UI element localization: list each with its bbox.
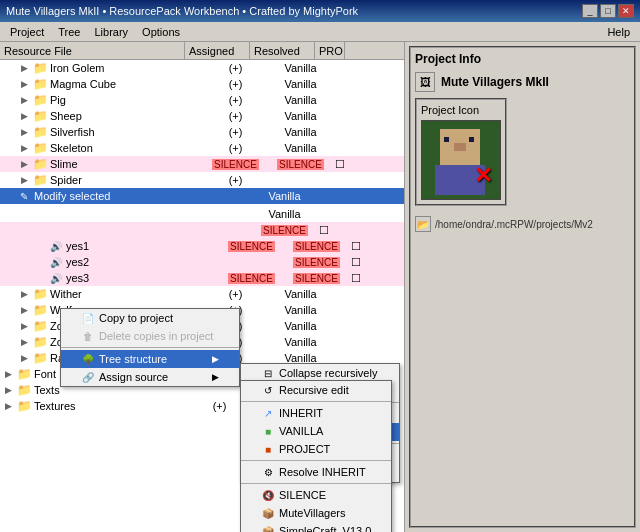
column-headers: Resource File Assigned Resolved PRO — [0, 42, 404, 60]
row-name: yes3 — [64, 272, 219, 284]
row-resolved: SILENCE — [284, 240, 349, 252]
title-bar: Mute Villagers MkII • ResourcePack Workb… — [0, 0, 640, 22]
table-row[interactable]: Vanilla — [0, 206, 404, 222]
minimize-button[interactable]: _ — [582, 4, 598, 18]
expand-icon[interactable]: ▶ — [0, 367, 16, 381]
ctx-copy-to-project[interactable]: 📄 Copy to project — [61, 309, 239, 327]
row-assigned: (+) — [203, 142, 268, 154]
expand-icon[interactable]: ▶ — [16, 77, 32, 91]
ctx-inherit[interactable]: ↗ INHERIT — [241, 404, 391, 422]
submenu-arrow: ▶ — [212, 354, 219, 364]
folder-icon: 📁 — [32, 77, 48, 91]
table-row[interactable]: 🔊 yes3 SILENCE SILENCE ☐ — [0, 270, 404, 286]
expand-icon[interactable]: ▶ — [16, 303, 32, 317]
ctx-vanilla[interactable]: ■ VANILLA — [241, 422, 391, 440]
folder-icon: 📁 — [32, 303, 48, 317]
expand-icon[interactable]: ▶ — [0, 399, 16, 413]
expand-icon[interactable]: ▶ — [16, 157, 32, 171]
row-checkbox: ☐ — [349, 272, 369, 285]
ctx-recursive-label: Recursive edit — [279, 384, 349, 396]
ctx-project[interactable]: ■ PROJECT — [241, 440, 391, 458]
folder-icon: 📁 — [32, 157, 48, 171]
table-row[interactable]: ▶ 📁 Spider (+) — [0, 172, 404, 188]
table-row[interactable]: 🔊 yes2 SILENCE ☐ — [0, 254, 404, 270]
simplecraft-icon: 📦 — [261, 524, 275, 532]
table-row[interactable]: ▶ 📁 Magma Cube (+) Vanilla — [0, 76, 404, 92]
menu-project[interactable]: Project — [4, 25, 50, 39]
ctx-assign-sep — [241, 401, 391, 402]
row-assigned: (+) — [203, 174, 268, 186]
expand-icon[interactable]: ▶ — [16, 351, 32, 365]
recursive-icon: ↺ — [261, 383, 275, 397]
ctx-project-label: PROJECT — [279, 443, 330, 455]
expand-icon[interactable]: ▶ — [16, 173, 32, 187]
expand-icon[interactable]: ▶ — [16, 287, 32, 301]
ctx-tree-structure[interactable]: 🌳 Tree structure ▶ — [61, 350, 239, 368]
expand-icon[interactable]: ▶ — [16, 61, 32, 75]
copy-icon: 📄 — [81, 311, 95, 325]
modify-icon: ✎ — [16, 189, 32, 203]
table-row[interactable]: 🔊 yes1 SILENCE SILENCE ☐ — [0, 238, 404, 254]
expand-icon[interactable]: ▶ — [16, 335, 32, 349]
row-assigned: (+) — [203, 62, 268, 74]
col-header-assigned: Assigned — [189, 45, 234, 57]
menu-library[interactable]: Library — [88, 25, 134, 39]
menu-tree[interactable]: Tree — [52, 25, 86, 39]
row-name: Sheep — [48, 110, 203, 122]
close-button[interactable]: ✕ — [618, 4, 634, 18]
title-text: Mute Villagers MkII • ResourcePack Workb… — [6, 5, 358, 17]
expand-icon[interactable]: ▶ — [16, 109, 32, 123]
ctx-mutevillagers[interactable]: 📦 MuteVillagers — [241, 504, 391, 522]
villager-eye-left — [444, 137, 449, 142]
row-checkbox: ☐ — [333, 158, 353, 171]
maximize-button[interactable]: □ — [600, 4, 616, 18]
project-icon-label: Project Icon — [421, 104, 501, 116]
row-resolved: Vanilla — [252, 208, 317, 220]
row-resolved: Vanilla — [268, 126, 333, 138]
col-header-resource: Resource File — [4, 45, 72, 57]
expand-icon[interactable]: ▶ — [16, 93, 32, 107]
expand-icon[interactable]: ▶ — [16, 141, 32, 155]
ctx-collapse-recursively-label: Collapse recursively — [279, 367, 377, 379]
table-row[interactable]: ▶ 📁 Pig (+) Vanilla — [0, 92, 404, 108]
folder-icon: 📁 — [32, 93, 48, 107]
table-row[interactable]: ▶ 📁 Skeleton (+) Vanilla — [0, 140, 404, 156]
delete-icon: 🗑 — [81, 329, 95, 343]
project-name: Mute Villagers MkII — [441, 75, 549, 89]
ctx-mutevillagers-label: MuteVillagers — [279, 507, 345, 519]
project-icon-image: ✕ — [421, 120, 501, 200]
ctx-simplecraft[interactable]: 📦 SimpleCraft_V13.0 — [241, 522, 391, 532]
table-row[interactable]: SILENCE ☐ — [0, 222, 404, 238]
ctx-delete-label: Delete copies in project — [99, 330, 213, 342]
ctx-recursive-edit[interactable]: ↺ Recursive edit — [241, 381, 391, 399]
tree-container: ▶ 📁 Iron Golem (+) Vanilla ▶ 📁 Magma Cub… — [0, 60, 404, 532]
table-row[interactable]: ▶ 📁 Silverfish (+) Vanilla — [0, 124, 404, 140]
project-path: /home/ondra/.mcRPW/projects/Mv2 — [435, 219, 593, 230]
menu-options[interactable]: Options — [136, 25, 186, 39]
file-icon: 🔊 — [48, 255, 64, 269]
table-row[interactable]: ✎ Modify selected Vanilla — [0, 188, 404, 204]
folder-icon: 📁 — [32, 173, 48, 187]
table-row[interactable]: ▶ 📁 Slime SILENCE SILENCE ☐ — [0, 156, 404, 172]
folder-icon: 📁 — [32, 319, 48, 333]
row-name: Wither — [48, 288, 203, 300]
ctx-resolve-inherit[interactable]: ⚙ Resolve INHERIT — [241, 463, 391, 481]
ctx-silence[interactable]: 🔇 SILENCE — [241, 486, 391, 504]
ctx-assign-sep2 — [241, 460, 391, 461]
table-row[interactable]: ▶ 📁 Sheep (+) Vanilla — [0, 108, 404, 124]
folder-icon: 📁 — [16, 399, 32, 413]
ctx-assign-source[interactable]: 🔗 Assign source ▶ — [61, 368, 239, 386]
folder-icon: 📁 — [32, 351, 48, 365]
expand-icon[interactable]: ▶ — [16, 125, 32, 139]
menu-help[interactable]: Help — [601, 25, 636, 39]
folder-icon: 📁 — [32, 287, 48, 301]
table-row[interactable]: ▶ 📁 Wither (+) Vanilla — [0, 286, 404, 302]
expand-icon[interactable]: ▶ — [0, 383, 16, 397]
table-row[interactable]: ▶ 📁 Iron Golem (+) Vanilla — [0, 60, 404, 76]
row-checkbox: ☐ — [349, 240, 369, 253]
project-avatar-icon: 🖼 — [415, 72, 435, 92]
expand-icon[interactable]: ▶ — [16, 319, 32, 333]
folder-icon: 📁 — [32, 125, 48, 139]
project-info-title-text: Project Info — [415, 52, 481, 66]
row-name: Pig — [48, 94, 203, 106]
